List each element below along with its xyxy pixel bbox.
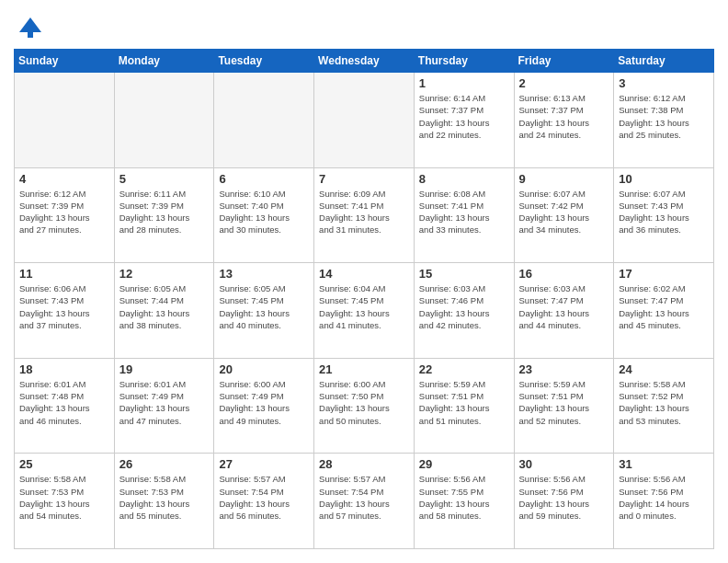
page: SundayMondayTuesdayWednesdayThursdayFrid… (0, 0, 728, 563)
calendar-table: SundayMondayTuesdayWednesdayThursdayFrid… (14, 49, 714, 549)
day-number: 15 (419, 267, 509, 281)
calendar-cell: 30Sunrise: 5:56 AM Sunset: 7:56 PM Dayli… (514, 454, 614, 549)
day-info: Sunrise: 6:02 AM Sunset: 7:47 PM Dayligh… (619, 282, 709, 331)
calendar-cell: 31Sunrise: 5:56 AM Sunset: 7:56 PM Dayli… (614, 454, 714, 549)
svg-marker-0 (19, 17, 41, 32)
calendar-week-5: 25Sunrise: 5:58 AM Sunset: 7:53 PM Dayli… (15, 454, 714, 549)
day-info: Sunrise: 6:03 AM Sunset: 7:46 PM Dayligh… (419, 282, 509, 331)
day-number: 30 (519, 457, 609, 471)
calendar-cell: 17Sunrise: 6:02 AM Sunset: 7:47 PM Dayli… (614, 263, 714, 359)
calendar-cell: 12Sunrise: 6:05 AM Sunset: 7:44 PM Dayli… (114, 263, 214, 359)
day-info: Sunrise: 6:09 AM Sunset: 7:41 PM Dayligh… (319, 188, 409, 236)
day-info: Sunrise: 6:05 AM Sunset: 7:44 PM Dayligh… (119, 282, 210, 331)
calendar-cell (314, 73, 415, 168)
calendar-header-friday: Friday (514, 50, 614, 73)
day-number: 5 (119, 172, 210, 186)
calendar-cell: 11Sunrise: 6:06 AM Sunset: 7:43 PM Dayli… (15, 263, 115, 359)
calendar-cell: 27Sunrise: 5:57 AM Sunset: 7:54 PM Dayli… (214, 454, 314, 549)
calendar-cell: 9Sunrise: 6:07 AM Sunset: 7:42 PM Daylig… (514, 167, 614, 263)
day-info: Sunrise: 6:12 AM Sunset: 7:39 PM Dayligh… (19, 188, 109, 236)
svg-rect-1 (28, 32, 33, 38)
calendar-cell: 29Sunrise: 5:56 AM Sunset: 7:55 PM Dayli… (414, 454, 514, 549)
calendar-cell: 2Sunrise: 6:13 AM Sunset: 7:37 PM Daylig… (514, 73, 614, 168)
calendar-cell: 13Sunrise: 6:05 AM Sunset: 7:45 PM Dayli… (214, 263, 314, 359)
calendar-cell (114, 73, 214, 168)
day-number: 28 (319, 457, 409, 471)
calendar-week-3: 11Sunrise: 6:06 AM Sunset: 7:43 PM Dayli… (15, 263, 714, 359)
calendar-cell: 3Sunrise: 6:12 AM Sunset: 7:38 PM Daylig… (614, 73, 714, 168)
day-info: Sunrise: 6:05 AM Sunset: 7:45 PM Dayligh… (219, 282, 309, 331)
day-number: 20 (219, 362, 309, 376)
calendar-week-2: 4Sunrise: 6:12 AM Sunset: 7:39 PM Daylig… (15, 167, 714, 263)
day-number: 27 (219, 457, 309, 471)
calendar-cell (214, 73, 314, 168)
day-info: Sunrise: 6:07 AM Sunset: 7:42 PM Dayligh… (519, 188, 609, 236)
calendar-cell: 1Sunrise: 6:14 AM Sunset: 7:37 PM Daylig… (414, 73, 514, 168)
day-info: Sunrise: 5:59 AM Sunset: 7:51 PM Dayligh… (419, 378, 509, 427)
day-info: Sunrise: 5:59 AM Sunset: 7:51 PM Dayligh… (519, 378, 609, 427)
day-info: Sunrise: 6:01 AM Sunset: 7:49 PM Dayligh… (119, 378, 210, 427)
header (14, 14, 714, 40)
day-info: Sunrise: 5:57 AM Sunset: 7:54 PM Dayligh… (319, 473, 409, 522)
calendar-cell: 24Sunrise: 5:58 AM Sunset: 7:52 PM Dayli… (614, 358, 714, 454)
day-number: 2 (519, 76, 609, 90)
calendar-cell: 7Sunrise: 6:09 AM Sunset: 7:41 PM Daylig… (314, 167, 415, 263)
day-number: 7 (319, 172, 409, 186)
calendar-cell (15, 73, 115, 168)
day-info: Sunrise: 5:58 AM Sunset: 7:53 PM Dayligh… (119, 473, 210, 522)
calendar-cell: 20Sunrise: 6:00 AM Sunset: 7:49 PM Dayli… (214, 358, 314, 454)
day-number: 26 (119, 457, 210, 471)
day-info: Sunrise: 6:07 AM Sunset: 7:43 PM Dayligh… (619, 188, 709, 236)
day-info: Sunrise: 6:00 AM Sunset: 7:49 PM Dayligh… (219, 378, 309, 427)
day-info: Sunrise: 5:58 AM Sunset: 7:53 PM Dayligh… (19, 473, 109, 522)
calendar-cell: 26Sunrise: 5:58 AM Sunset: 7:53 PM Dayli… (114, 454, 214, 549)
calendar-cell: 21Sunrise: 6:00 AM Sunset: 7:50 PM Dayli… (314, 358, 415, 454)
day-info: Sunrise: 6:10 AM Sunset: 7:40 PM Dayligh… (219, 188, 309, 236)
calendar-header-thursday: Thursday (414, 50, 514, 73)
day-info: Sunrise: 5:57 AM Sunset: 7:54 PM Dayligh… (219, 473, 309, 522)
day-info: Sunrise: 5:56 AM Sunset: 7:55 PM Dayligh… (419, 473, 509, 522)
logo (14, 14, 43, 40)
calendar-cell: 18Sunrise: 6:01 AM Sunset: 7:48 PM Dayli… (15, 358, 115, 454)
day-info: Sunrise: 5:56 AM Sunset: 7:56 PM Dayligh… (619, 473, 709, 522)
calendar-cell: 15Sunrise: 6:03 AM Sunset: 7:46 PM Dayli… (414, 263, 514, 359)
calendar-cell: 28Sunrise: 5:57 AM Sunset: 7:54 PM Dayli… (314, 454, 415, 549)
day-number: 14 (319, 267, 409, 281)
calendar-cell: 25Sunrise: 5:58 AM Sunset: 7:53 PM Dayli… (15, 454, 115, 549)
calendar-cell: 5Sunrise: 6:11 AM Sunset: 7:39 PM Daylig… (114, 167, 214, 263)
day-info: Sunrise: 6:06 AM Sunset: 7:43 PM Dayligh… (19, 282, 109, 331)
day-number: 11 (19, 267, 109, 281)
day-number: 1 (419, 76, 509, 90)
day-number: 17 (619, 267, 709, 281)
day-info: Sunrise: 6:04 AM Sunset: 7:45 PM Dayligh… (319, 282, 409, 331)
calendar-header-row: SundayMondayTuesdayWednesdayThursdayFrid… (15, 50, 714, 73)
day-number: 22 (419, 362, 509, 376)
day-number: 18 (19, 362, 109, 376)
day-info: Sunrise: 6:12 AM Sunset: 7:38 PM Dayligh… (619, 92, 709, 141)
day-number: 31 (619, 457, 709, 471)
calendar-header-sunday: Sunday (15, 50, 115, 73)
calendar-cell: 8Sunrise: 6:08 AM Sunset: 7:41 PM Daylig… (414, 167, 514, 263)
day-number: 25 (19, 457, 109, 471)
day-info: Sunrise: 6:00 AM Sunset: 7:50 PM Dayligh… (319, 378, 409, 427)
calendar-cell: 23Sunrise: 5:59 AM Sunset: 7:51 PM Dayli… (514, 358, 614, 454)
calendar-cell: 14Sunrise: 6:04 AM Sunset: 7:45 PM Dayli… (314, 263, 415, 359)
day-info: Sunrise: 6:14 AM Sunset: 7:37 PM Dayligh… (419, 92, 509, 141)
calendar-cell: 16Sunrise: 6:03 AM Sunset: 7:47 PM Dayli… (514, 263, 614, 359)
day-info: Sunrise: 5:58 AM Sunset: 7:52 PM Dayligh… (619, 378, 709, 427)
day-number: 13 (219, 267, 309, 281)
day-number: 21 (319, 362, 409, 376)
calendar-cell: 19Sunrise: 6:01 AM Sunset: 7:49 PM Dayli… (114, 358, 214, 454)
day-number: 16 (519, 267, 609, 281)
calendar-header-monday: Monday (114, 50, 214, 73)
day-number: 23 (519, 362, 609, 376)
day-number: 12 (119, 267, 210, 281)
day-number: 29 (419, 457, 509, 471)
day-number: 4 (19, 172, 109, 186)
calendar-cell: 4Sunrise: 6:12 AM Sunset: 7:39 PM Daylig… (15, 167, 115, 263)
day-number: 24 (619, 362, 709, 376)
calendar-header-saturday: Saturday (614, 50, 714, 73)
day-info: Sunrise: 6:13 AM Sunset: 7:37 PM Dayligh… (519, 92, 609, 141)
day-number: 19 (119, 362, 210, 376)
calendar-header-wednesday: Wednesday (314, 50, 415, 73)
